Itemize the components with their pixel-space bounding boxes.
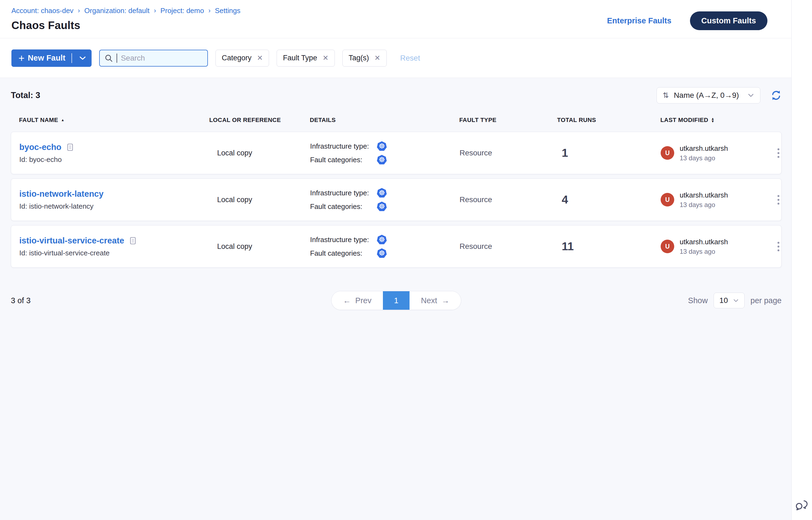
copy-id-icon[interactable] (66, 143, 74, 152)
kubernetes-icon: ☸ (377, 141, 387, 151)
column-header-fault-type: FAULT TYPE (459, 116, 557, 124)
fault-id: Id: istio-virtual-service-create (19, 249, 209, 257)
sort-arrows-icon: ⇅ (663, 91, 669, 100)
details-cell: Infrastructure type: ☸ Fault categories:… (310, 235, 459, 258)
plus-icon: + (19, 53, 24, 63)
text-caret (117, 54, 117, 63)
total-runs-cell: 11 (557, 240, 661, 253)
fault-name-cell: istio-network-latency Id: istio-network-… (19, 189, 209, 211)
list-controls: Total: 3 ⇅ Name (A→Z, 0→9) (11, 87, 782, 104)
fault-name-link[interactable]: istio-virtual-service-create (19, 236, 124, 245)
reset-filters-button[interactable]: Reset (400, 54, 420, 62)
kubernetes-icon: ☸ (377, 202, 387, 211)
pager: ← Prev 1 Next → (331, 291, 461, 310)
close-icon[interactable]: ✕ (257, 54, 263, 62)
fault-type-cell: Resource (459, 242, 557, 251)
pagination-range: 3 of 3 (11, 296, 331, 305)
local-or-reference-cell: Local copy (209, 196, 310, 204)
page-header: Account: chaos-dev › Organization: defau… (0, 0, 791, 38)
search-icon (105, 54, 113, 62)
breadcrumb-organization[interactable]: Organization: default (84, 6, 150, 15)
infrastructure-type-label: Infrastructure type: (310, 142, 377, 151)
total-count: Total: 3 (11, 90, 40, 100)
close-icon[interactable]: ✕ (323, 54, 329, 62)
close-icon[interactable]: ✕ (375, 54, 380, 62)
fault-name-link[interactable]: istio-network-latency (19, 189, 104, 199)
right-arrow-icon: → (441, 296, 450, 305)
filter-chip-tags[interactable]: Tag(s) ✕ (342, 50, 387, 67)
modified-time: 13 days ago (680, 201, 728, 209)
pagination: 3 of 3 ← Prev 1 Next → Show 10 pe (11, 291, 782, 310)
column-label: TOTAL RUNS (557, 116, 596, 124)
fault-categories-label: Fault categories: (310, 249, 377, 258)
total-runs-cell: 4 (557, 193, 661, 206)
breadcrumb-separator-icon: › (78, 7, 80, 15)
main-content-area: Account: chaos-dev › Organization: defau… (0, 0, 791, 520)
list-controls-right: ⇅ Name (A→Z, 0→9) (657, 87, 782, 104)
column-label: FAULT TYPE (459, 116, 497, 124)
table-row[interactable]: byoc-echo Id: byoc-echo Local copy Infra… (11, 132, 782, 174)
prev-page-button[interactable]: ← Prev (332, 291, 383, 310)
table-header-row: FAULT NAME ▲ LOCAL OR REFERENCE DETAILS … (11, 116, 782, 124)
toolbar: + New Fault Category ✕ Fault Type ✕ Tag(… (0, 38, 791, 78)
column-label: LAST MODIFIED (660, 116, 708, 124)
table-row[interactable]: istio-network-latency Id: istio-network-… (11, 179, 782, 221)
copy-id-icon[interactable] (129, 236, 137, 245)
refresh-button[interactable] (771, 90, 782, 101)
filter-chip-label: Fault Type (283, 54, 317, 62)
table-row[interactable]: istio-virtual-service-create Id: istio-v… (11, 225, 782, 268)
row-menu-kebab-icon[interactable] (775, 146, 782, 161)
fault-type-cell: Resource (459, 196, 557, 204)
kubernetes-icon: ☸ (377, 188, 387, 198)
modified-by-user: utkarsh.utkarsh (680, 238, 728, 246)
search-input[interactable] (121, 54, 202, 62)
modified-by-user: utkarsh.utkarsh (680, 191, 728, 200)
row-menu-kebab-icon[interactable] (775, 192, 782, 207)
infrastructure-type-label: Infrastructure type: (310, 236, 377, 244)
fault-list-section: Total: 3 ⇅ Name (A→Z, 0→9) (0, 78, 791, 520)
chat-support-icon[interactable] (793, 498, 808, 514)
column-header-last-modified[interactable]: LAST MODIFIED ▲ ▼ (660, 116, 775, 124)
per-page-label: per page (751, 296, 782, 305)
new-fault-button[interactable]: + New Fault (11, 49, 92, 67)
sort-selected-value: Name (A→Z, 0→9) (674, 91, 739, 100)
page-size-dropdown[interactable]: 10 (714, 293, 744, 308)
new-fault-label: New Fault (28, 54, 66, 62)
sort-both-icon: ▲ ▼ (711, 118, 714, 123)
column-header-local-or-reference: LOCAL OR REFERENCE (209, 116, 310, 124)
chevron-down-icon (733, 298, 739, 303)
sort-dropdown[interactable]: ⇅ Name (A→Z, 0→9) (657, 87, 760, 104)
custom-faults-button[interactable]: Custom Faults (690, 11, 767, 30)
show-label: Show (688, 296, 708, 305)
breadcrumb-settings[interactable]: Settings (215, 6, 240, 15)
filter-chip-fault-type[interactable]: Fault Type ✕ (277, 50, 334, 67)
kubernetes-icon: ☸ (377, 155, 387, 165)
column-header-fault-name[interactable]: FAULT NAME ▲ (19, 116, 209, 124)
prev-label: Prev (355, 296, 372, 305)
chevron-down-icon (747, 93, 754, 98)
enterprise-faults-link[interactable]: Enterprise Faults (607, 16, 671, 25)
breadcrumb-separator-icon: › (208, 7, 211, 15)
breadcrumb-project[interactable]: Project: demo (160, 6, 204, 15)
fault-name-link[interactable]: byoc-echo (19, 142, 61, 152)
fault-name-cell: istio-virtual-service-create Id: istio-v… (19, 236, 209, 257)
breadcrumb-account[interactable]: Account: chaos-dev (11, 6, 73, 15)
fault-type-cell: Resource (459, 149, 557, 157)
column-label: LOCAL OR REFERENCE (209, 116, 281, 124)
search-box[interactable] (99, 50, 208, 67)
filter-chip-category[interactable]: Category ✕ (215, 50, 269, 67)
fault-id: Id: byoc-echo (19, 155, 209, 164)
avatar: U (661, 146, 674, 160)
page-number-button[interactable]: 1 (383, 291, 409, 310)
column-label: DETAILS (310, 116, 336, 124)
modified-time: 13 days ago (680, 154, 728, 162)
modified-by-user: utkarsh.utkarsh (680, 144, 728, 153)
range-label: 3 of 3 (11, 296, 31, 305)
chevron-down-icon[interactable] (76, 56, 89, 60)
next-page-button[interactable]: Next → (409, 291, 461, 310)
filter-chip-label: Category (222, 54, 252, 62)
column-header-total-runs: TOTAL RUNS (557, 116, 660, 124)
row-menu-kebab-icon[interactable] (775, 239, 782, 254)
local-or-reference-cell: Local copy (209, 242, 310, 251)
infrastructure-type-label: Infrastructure type: (310, 189, 377, 197)
